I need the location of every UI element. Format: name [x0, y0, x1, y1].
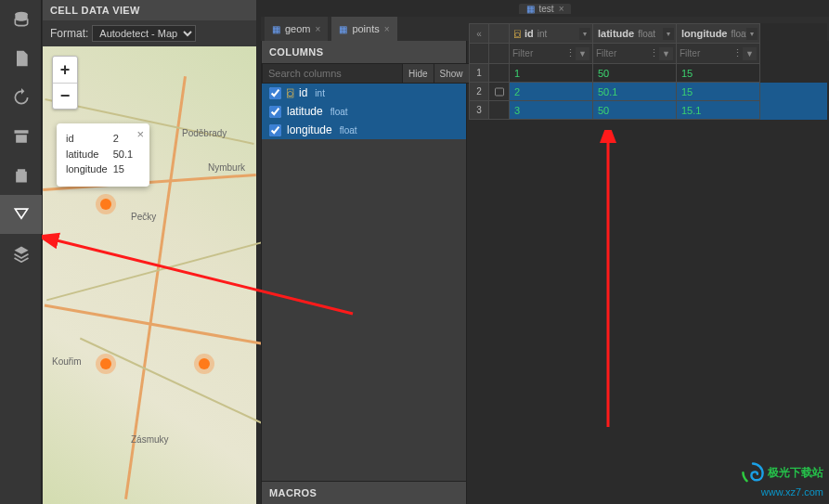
watermark: 极光下载站 www.xz7.com: [741, 461, 823, 498]
map-feature-popup: × id2 latitude50.1 longitude15: [57, 123, 149, 187]
key-icon: ⌼: [514, 28, 521, 39]
column-type: int: [315, 88, 325, 98]
sidebar-archive-icon[interactable]: [0, 117, 42, 156]
grid-gutter-head: [489, 23, 510, 44]
filter-input[interactable]: [680, 48, 735, 58]
column-header-type: float: [638, 29, 655, 39]
table-row[interactable]: 2 2 50.1 15: [469, 83, 827, 101]
row-gutter: [489, 101, 510, 120]
filter-gutter: [489, 44, 510, 64]
zoom-out-button[interactable]: −: [53, 83, 77, 109]
popup-value: 2: [113, 131, 138, 147]
column-checkbox[interactable]: [269, 124, 281, 136]
filter-cell-longitude: ⋮ ▼: [677, 44, 760, 64]
close-icon[interactable]: ×: [316, 24, 321, 34]
db-tab-geom[interactable]: ▦ geom ×: [265, 17, 328, 41]
column-item-id[interactable]: ⌼ id int: [262, 84, 466, 102]
sidebar-layers-icon[interactable]: [0, 234, 42, 273]
column-type: float: [340, 125, 357, 136]
hide-columns-button[interactable]: Hide: [403, 63, 434, 84]
close-icon[interactable]: ×: [136, 125, 144, 144]
chevron-down-icon[interactable]: ▾: [663, 28, 674, 40]
cell-latitude[interactable]: 50: [593, 64, 677, 83]
workspace-tabstrip: ▦ test ×: [261, 0, 829, 17]
column-header-type: int: [538, 29, 548, 39]
map-canvas[interactable]: Poděbrady Nymburk Pečky Kouřim Zásmuky +…: [43, 46, 256, 504]
table-row[interactable]: 1 1 50 15: [469, 64, 827, 83]
sidebar-history-icon[interactable]: [0, 78, 42, 117]
popup-value: 50.1: [113, 147, 138, 162]
sidebar-document-icon[interactable]: [0, 39, 42, 78]
db-tab-label: geom: [285, 23, 311, 34]
columns-panel: COLUMNS Hide Show ⌼ id int latitude floa…: [261, 41, 467, 504]
cell-longitude[interactable]: 15.1: [677, 101, 760, 120]
cell-longitude[interactable]: 15: [677, 64, 760, 83]
chevron-down-icon[interactable]: ▾: [579, 28, 590, 40]
show-columns-button[interactable]: Show: [434, 63, 470, 84]
format-label: Format:: [50, 27, 88, 40]
map-marker[interactable]: [100, 199, 111, 210]
row-gutter: [489, 83, 510, 101]
format-select[interactable]: Autodetect - Map: [92, 25, 196, 42]
map-town-label: Kouřim: [52, 356, 82, 367]
sidebar-filter-icon[interactable]: [0, 195, 42, 234]
cell-id[interactable]: 2: [510, 83, 593, 101]
sidebar-clipboard-icon[interactable]: [0, 156, 42, 195]
row-number[interactable]: 1: [469, 64, 489, 83]
column-checkbox[interactable]: [269, 106, 281, 118]
more-icon[interactable]: ⋮: [565, 47, 576, 59]
popup-key: latitude: [66, 147, 113, 162]
map-town-label: Pečky: [131, 212, 156, 222]
close-icon[interactable]: ×: [384, 24, 390, 34]
cell-longitude[interactable]: 15: [677, 83, 760, 101]
workspace-tab-label: test: [539, 4, 554, 14]
filter-cell-latitude: ⋮ ▼: [593, 44, 677, 64]
more-icon[interactable]: ⋮: [649, 47, 659, 59]
filter-input[interactable]: [596, 48, 652, 58]
cell-id[interactable]: 1: [510, 64, 593, 83]
column-checkbox[interactable]: [269, 87, 281, 99]
column-item-latitude[interactable]: latitude float: [262, 102, 466, 121]
table-row[interactable]: 3 3 50 15.1: [469, 101, 827, 120]
columns-search-input[interactable]: [262, 63, 403, 84]
popup-key: longitude: [66, 162, 113, 177]
funnel-icon[interactable]: ▼: [743, 47, 757, 60]
filter-cell-id: ⋮ ▼: [510, 44, 593, 64]
cell-latitude[interactable]: 50: [593, 101, 677, 120]
column-header-latitude[interactable]: latitude float ▾: [593, 23, 677, 44]
columns-title: COLUMNS: [262, 41, 466, 63]
column-header-id[interactable]: ⌼ id int ▾: [510, 23, 593, 44]
column-item-longitude[interactable]: longitude float: [262, 121, 466, 139]
more-icon[interactable]: ⋮: [732, 47, 743, 59]
workspace-tab[interactable]: ▦ test ×: [519, 4, 572, 14]
row-number[interactable]: 2: [469, 83, 489, 101]
left-icon-sidebar: [0, 0, 42, 504]
key-icon: ⌼: [287, 86, 293, 99]
map-marker[interactable]: [199, 358, 210, 369]
grid-header-row: « ⌼ id int ▾ latitude float ▾ longitude …: [469, 23, 827, 44]
format-row: Format: Autodetect - Map: [43, 20, 256, 46]
grid-corner-collapse[interactable]: «: [469, 23, 489, 44]
funnel-icon[interactable]: ▼: [576, 47, 589, 60]
map-marker[interactable]: [100, 358, 111, 369]
zoom-in-button[interactable]: +: [53, 57, 77, 83]
table-icon: ▦: [339, 24, 347, 34]
cell-latitude[interactable]: 50.1: [593, 83, 677, 101]
db-tab-points[interactable]: ▦ points ×: [331, 17, 396, 41]
sidebar-database-icon[interactable]: [0, 0, 42, 39]
column-header-longitude[interactable]: longitude float ▾: [677, 23, 760, 44]
popup-key: id: [66, 131, 113, 147]
chevron-down-icon[interactable]: ▾: [746, 28, 758, 40]
columns-search-row: Hide Show: [262, 63, 466, 84]
map-zoom-control: + −: [52, 56, 78, 110]
filter-input[interactable]: [512, 48, 568, 58]
row-number[interactable]: 3: [469, 101, 489, 120]
swirl-icon: [741, 461, 765, 485]
macros-title: MACROS: [262, 481, 466, 504]
close-icon[interactable]: ×: [559, 4, 564, 14]
columns-list: ⌼ id int latitude float longitude float: [262, 84, 466, 481]
funnel-icon[interactable]: ▼: [659, 47, 673, 60]
cell-id[interactable]: 3: [510, 101, 593, 120]
watermark-line2: www.xz7.com: [761, 486, 823, 498]
map-town-label: Poděbrady: [182, 128, 227, 138]
